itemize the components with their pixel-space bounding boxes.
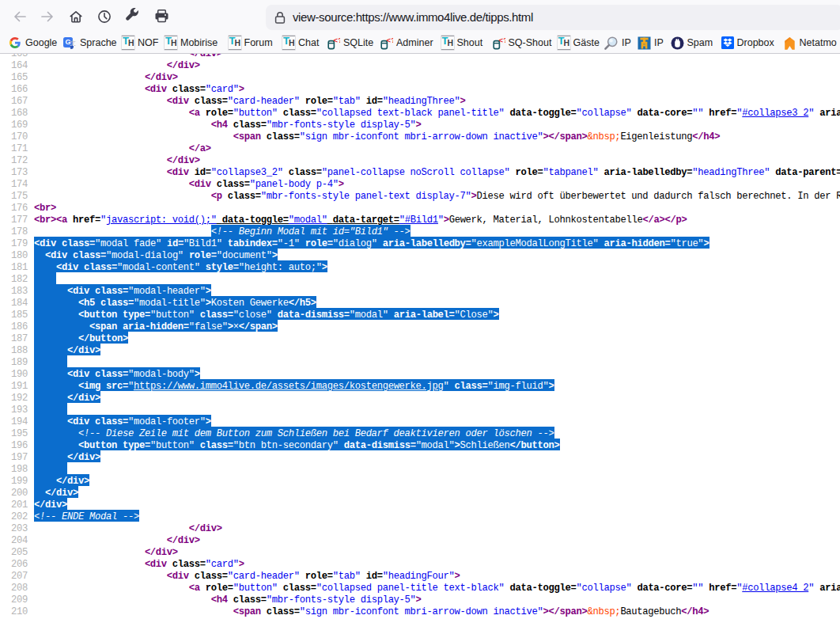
svg-text:<?: <? [498,36,505,44]
svg-text:<?: <? [387,36,393,44]
svg-text:<?: <? [334,36,340,44]
